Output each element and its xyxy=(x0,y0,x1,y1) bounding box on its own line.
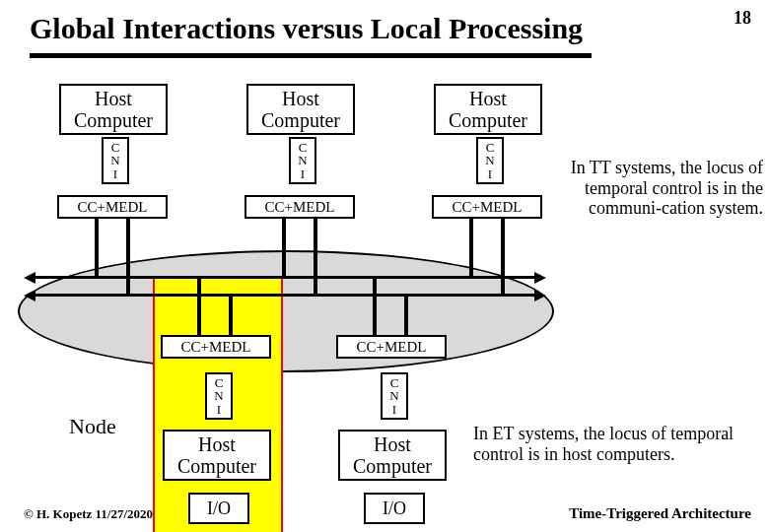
cni-box-top-2: C N I xyxy=(289,137,316,184)
arrowhead-icon xyxy=(24,290,35,301)
arrowhead-icon xyxy=(24,272,35,284)
bus-line-2 xyxy=(34,294,536,297)
slide: Global Interactions versus Local Process… xyxy=(0,0,769,532)
cni-label: C N I xyxy=(214,376,223,417)
caption-tt: In TT systems, the locus of temporal con… xyxy=(556,158,763,219)
footer-copyright: © H. Kopetz 11/27/2020 xyxy=(24,506,153,522)
cni-label: C N I xyxy=(485,141,494,181)
host-box-bot-2: Host Computer xyxy=(338,430,447,481)
footer-title: Time-Triggered Architecture xyxy=(569,505,751,522)
ccmedl-box-top-2: CC+MEDL xyxy=(245,195,355,219)
ccmedl-box-bot-2: CC+MEDL xyxy=(336,335,447,359)
stem-bot-2b xyxy=(404,296,408,335)
caption-et: In ET systems, the locus of temporal con… xyxy=(473,424,759,464)
bus-line-1 xyxy=(34,276,536,279)
ccmedl-box-bot-1: CC+MEDL xyxy=(161,335,271,359)
title-rule xyxy=(30,53,592,58)
arrowhead-icon xyxy=(534,290,546,301)
cni-box-bot-1: C N I xyxy=(205,372,233,420)
host-box-top-1: Host Computer xyxy=(59,84,168,135)
page-number: 18 xyxy=(734,8,751,29)
cni-box-top-3: C N I xyxy=(476,137,504,184)
cni-box-bot-2: C N I xyxy=(381,372,408,420)
ccmedl-box-top-3: CC+MEDL xyxy=(432,195,542,219)
stem-top-3a xyxy=(469,219,473,278)
stem-top-2a xyxy=(282,219,286,278)
stem-bot-1b xyxy=(229,296,233,335)
slide-title: Global Interactions versus Local Process… xyxy=(30,12,583,45)
host-box-top-3: Host Computer xyxy=(434,84,542,135)
io-box-2: I/O xyxy=(364,493,425,524)
cni-box-top-1: C N I xyxy=(102,137,129,184)
stem-top-1a xyxy=(95,219,99,278)
host-box-top-2: Host Computer xyxy=(246,84,355,135)
stem-bot-2a xyxy=(373,278,377,335)
cni-label: C N I xyxy=(110,141,119,181)
io-box-1: I/O xyxy=(188,493,249,524)
stem-top-2b xyxy=(314,219,317,296)
stem-bot-1a xyxy=(197,278,201,335)
cni-label: C N I xyxy=(298,141,307,181)
stem-top-3b xyxy=(501,219,505,296)
node-label: Node xyxy=(69,414,116,439)
cni-label: C N I xyxy=(389,376,398,417)
host-box-bot-1: Host Computer xyxy=(163,430,271,481)
stem-top-1b xyxy=(126,219,130,296)
ccmedl-box-top-1: CC+MEDL xyxy=(57,195,168,219)
arrowhead-icon xyxy=(534,272,546,284)
